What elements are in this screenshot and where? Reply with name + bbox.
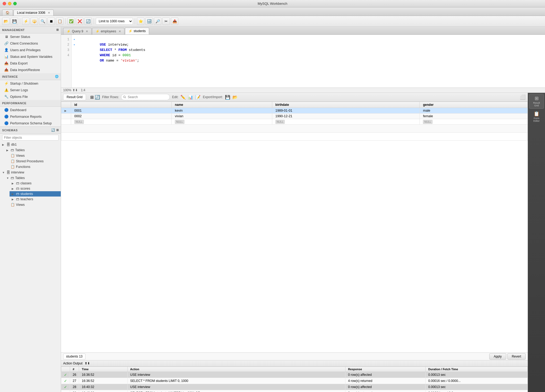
- result-tab-students13[interactable]: students 13: [63, 354, 85, 359]
- table-row[interactable]: NULL NULL NULL NULL: [61, 119, 528, 125]
- db1-views[interactable]: 📋 Views: [4, 153, 61, 158]
- back-btn[interactable]: 🔙: [145, 18, 153, 25]
- revert-button[interactable]: Revert: [507, 353, 526, 360]
- import-btn[interactable]: 📂: [232, 95, 238, 100]
- action-text: SELECT * FROM students LIMIT 0, 1000: [127, 378, 345, 384]
- sidebar-item-status-vars[interactable]: 📊 Status and System Variables: [0, 53, 61, 60]
- sidebar-item-startup[interactable]: ⚡ Startup / Shutdown: [0, 80, 61, 87]
- db1-stored-procedures[interactable]: 📋 Stored Procedures: [4, 158, 61, 164]
- refresh-schemas-icon[interactable]: 🔄: [51, 128, 55, 132]
- export-import-label: Export/Import:: [203, 95, 223, 99]
- commit-btn[interactable]: ✅: [67, 18, 75, 25]
- query-tab-query9[interactable]: ⚡ Query 9 ✕: [63, 28, 92, 34]
- col-id[interactable]: id: [71, 102, 172, 108]
- result-grid-btn[interactable]: Result Grid: [63, 94, 86, 100]
- table-teachers[interactable]: ▶ 🗃 teachers: [10, 197, 61, 202]
- export-btn[interactable]: 📋: [56, 18, 63, 25]
- close-query9-btn[interactable]: ✕: [86, 30, 88, 33]
- line-num-3: 3: [61, 47, 71, 53]
- sidebar-item-performance-reports[interactable]: 🔵 Performance Reports: [0, 113, 61, 120]
- sidebar-item-dashboard[interactable]: 🔵 Dashboard: [0, 107, 61, 113]
- table-row[interactable]: ▶ 0001 kevin 1989-01-01 male: [61, 108, 528, 114]
- result-table: id name birthdate gender ▶ 0001 kevin: [61, 102, 528, 141]
- interview-views[interactable]: 📋 Views: [4, 202, 61, 207]
- add-schema-icon[interactable]: ⊞: [56, 128, 59, 132]
- expand-icon[interactable]: ⊞: [56, 28, 59, 32]
- sidebar-item-server-logs[interactable]: ⚠️ Server Logs: [0, 87, 61, 93]
- export-btn[interactable]: 💾: [225, 95, 230, 100]
- sidebar-item-options-file[interactable]: 🔧 Options File: [0, 93, 61, 100]
- action-time: 16:40:32: [79, 390, 127, 392]
- filter-search-input[interactable]: [121, 94, 170, 100]
- db1-functions[interactable]: 📋 Functions: [4, 164, 61, 169]
- apply-button[interactable]: Apply: [489, 353, 506, 360]
- query-tab-employees[interactable]: ⚡ employees ✕: [92, 28, 124, 34]
- tree-arrow-icon: ▶: [12, 187, 15, 190]
- table-students[interactable]: ▶ 🗃 students: [10, 191, 61, 197]
- execute-selection-btn[interactable]: 🔱: [31, 18, 38, 25]
- snip-btn[interactable]: ✂: [162, 18, 170, 25]
- col-birthdate[interactable]: birthdate: [272, 102, 419, 108]
- table-row-empty: [61, 125, 528, 133]
- close-employees-btn[interactable]: ✕: [119, 30, 121, 33]
- edit-table-btn[interactable]: 📊: [188, 95, 193, 100]
- form-editor-panel-btn[interactable]: 📋 FormEditor: [529, 109, 544, 124]
- col-name[interactable]: name: [171, 102, 272, 108]
- home-tab[interactable]: 🏠: [2, 10, 13, 16]
- inspect-btn[interactable]: ⭐: [137, 18, 144, 25]
- zoom-stepper[interactable]: ⬆⬇: [72, 88, 78, 92]
- sidebar-item-performance-schema[interactable]: 🔵 Performance Schema Setup: [0, 120, 61, 127]
- open-file-btn[interactable]: 📂: [2, 18, 10, 25]
- save-btn[interactable]: 💾: [11, 18, 18, 25]
- schemas-filter-input[interactable]: [2, 135, 59, 141]
- views-icon: 📋: [11, 154, 15, 158]
- tree-leaf-label: teachers: [20, 197, 33, 201]
- app-title: MySQL Workbench: [258, 2, 287, 6]
- cell-birthdate: 1990-12-21: [272, 114, 419, 119]
- sidebar-item-data-export[interactable]: 📤 Data Export: [0, 60, 61, 67]
- table-row[interactable]: 0002 vivian 1990-12-21 female: [61, 114, 528, 119]
- rollback-btn[interactable]: ❌: [76, 18, 83, 25]
- tree-node-label: Functions: [16, 165, 30, 169]
- query-tab-students[interactable]: ⚡ students: [125, 28, 149, 34]
- instance-expand-icon[interactable]: 🌐: [55, 75, 59, 78]
- table-classes[interactable]: ▶ 🗃 classes: [10, 181, 61, 186]
- sidebar-item-users-privileges[interactable]: 👤 Users and Privileges: [0, 47, 61, 53]
- col-gender[interactable]: gender: [420, 102, 528, 108]
- tree-arrow-icon: ▼: [2, 171, 5, 174]
- toolbar-sep-1: [20, 18, 20, 24]
- toggle-auto-commit[interactable]: 🔄: [84, 18, 92, 25]
- interview-tables[interactable]: ▼ 🗃 Tables: [4, 175, 61, 181]
- minimize-button[interactable]: [8, 2, 11, 5]
- schema-db1[interactable]: ▶ 🗄 db1: [0, 142, 61, 147]
- db1-tables[interactable]: ▶ 🗃 Tables: [4, 147, 61, 153]
- query-tabs: ⚡ Query 9 ✕ ⚡ employees ✕ ⚡ students: [61, 27, 545, 35]
- instance-tab[interactable]: Local instance 3306 ✕: [14, 10, 54, 16]
- edit-pencil-btn[interactable]: ✏️: [180, 95, 186, 100]
- help-btn[interactable]: 📤: [171, 18, 178, 25]
- action-sort-icon[interactable]: ⬆⬇: [85, 361, 90, 365]
- table-scores[interactable]: ▶ 🗃 scores: [10, 186, 61, 191]
- maximize-button[interactable]: [13, 2, 17, 5]
- execute-btn[interactable]: ⚡: [22, 18, 29, 25]
- stop-btn[interactable]: ⏹: [47, 18, 55, 25]
- limit-rows-select[interactable]: Limit to 1000 rows: [96, 18, 133, 25]
- query-tab-icon: ⚡: [96, 29, 100, 33]
- edit-row-btn[interactable]: 📝: [195, 95, 201, 100]
- explain-btn[interactable]: 🔍: [39, 18, 46, 25]
- sidebar-item-data-import[interactable]: 📥 Data Import/Restore: [0, 67, 61, 73]
- sidebar-item-client-connections[interactable]: 🔗 Client Connections: [0, 40, 61, 47]
- expand-result-btn[interactable]: ⬜: [520, 94, 526, 100]
- close-button[interactable]: [3, 2, 6, 5]
- col-time: Time: [79, 367, 127, 372]
- sql-line-1: USE interview;: [79, 37, 543, 42]
- sql-content[interactable]: USE interview; SELECT * FROM students WH…: [77, 35, 545, 88]
- schema-interview[interactable]: ▼ 🗄 interview: [0, 169, 61, 175]
- search-btn[interactable]: 🔎: [154, 18, 161, 25]
- grid-icon-btn[interactable]: ⊞: [90, 95, 94, 100]
- result-grid-panel-btn[interactable]: ⊞ ResultGrid: [529, 94, 544, 109]
- instance-tab-close[interactable]: ✕: [48, 11, 50, 15]
- refresh-result-btn[interactable]: 🔄: [95, 95, 100, 100]
- status-ok-icon: ✓: [64, 379, 67, 383]
- sidebar-item-server-status[interactable]: 🖥 Server Status: [0, 33, 61, 40]
